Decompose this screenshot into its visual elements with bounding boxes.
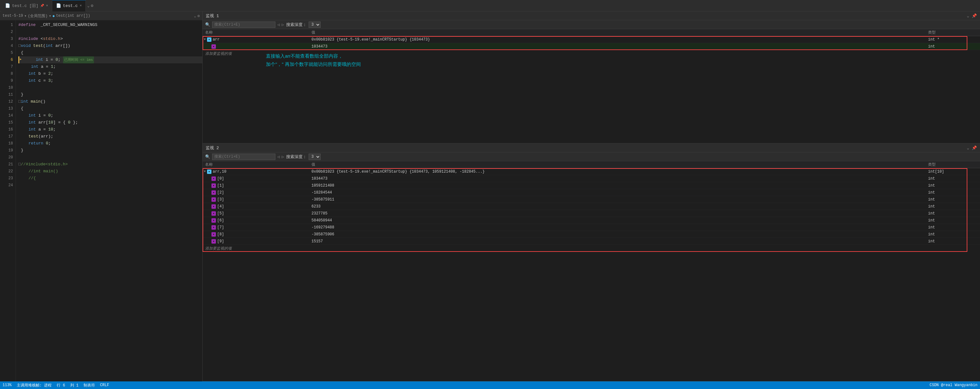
watch1-header: 监视 1 ⌄ 📌 — [203, 11, 980, 20]
line-numbers: 1 2 3 4 5 6 7 8 9 10 11 12 13 14 15 16 1 — [0, 20, 16, 381]
watch2-search-input[interactable] — [212, 154, 275, 160]
tab-close-old[interactable]: × — [46, 4, 48, 8]
watch1-row-ptr[interactable]: ● 1034473 int — [203, 43, 980, 50]
code-line-4: □void test(int arr[]) — [18, 43, 202, 49]
watch2-icon-0: ● — [212, 177, 216, 181]
code-line-21: □//#include<stdio.h> — [18, 161, 202, 168]
watch1-header-icons: ⌄ 📌 — [967, 13, 977, 18]
watch2-type-8: int — [928, 232, 979, 237]
watch2-type-5: int — [928, 211, 979, 216]
watch2-type-6: int — [928, 218, 979, 223]
watch2-row-arr10[interactable]: ▼ ● arr,10 0x00b81023 {test-5-19.exe!_ma… — [203, 168, 980, 175]
status-tab: 制表符 — [84, 383, 95, 388]
watch1-type-arr: int * — [928, 37, 979, 42]
watch2-collapse-icon[interactable]: ⌄ — [967, 145, 969, 150]
code-line-14: int i = 0; — [18, 112, 202, 119]
watch2-row-7[interactable]: ● [7] -169279488 int — [203, 224, 980, 231]
status-right: CSDN @real Wangyanbin — [930, 383, 977, 387]
watch1-value-arr: 0x00b81023 {test-5-19.exe!_mainCRTStartu… — [312, 37, 928, 42]
line-num-17: 17 — [0, 133, 13, 140]
tab-expand-button[interactable]: ⌄ — [87, 3, 89, 8]
watch2-name-6: [6] — [217, 218, 224, 223]
watch1-expand-arr[interactable]: ▼ — [204, 38, 206, 41]
watch2-row-0[interactable]: ● [0] 1034473 int — [203, 175, 980, 182]
tab-label-old: test.c [旧] — [12, 3, 38, 8]
watch2-add-row[interactable]: 添加要监视的项 — [203, 245, 980, 252]
watch2-nav-next[interactable]: ▷ — [282, 154, 284, 159]
watch2-pin-icon[interactable]: 📌 — [972, 145, 977, 150]
code-line-8: int b = 2; — [18, 70, 202, 77]
watch2-value-9: 15157 — [312, 239, 928, 244]
line-num-11: 11 — [0, 91, 13, 98]
watch2-col-name: 名称 — [204, 162, 312, 167]
watch2-name-5: [5] — [217, 211, 224, 216]
tab-test-c[interactable]: 📄 test.c × — [52, 0, 86, 11]
code-line-6: ➤ int i = 0; 已用时间 <= 1ms — [18, 56, 202, 63]
watch2-depth-select[interactable]: 31245 — [309, 154, 321, 160]
watch2-type-2: int — [928, 190, 979, 195]
watch2-value-4: 6233 — [312, 204, 928, 209]
watch2-value-2: -18284544 — [312, 190, 928, 195]
watch2-row-1[interactable]: ● [1] 1059121408 int — [203, 182, 980, 189]
watch1-name-arr: arr — [213, 37, 220, 42]
watch2-row-3[interactable]: ● [3] -385875911 int — [203, 196, 980, 203]
watch2-depth-label: 搜索深度： — [286, 154, 307, 159]
tab-close[interactable]: × — [80, 4, 82, 8]
editor-settings-icon[interactable]: ⚙ — [197, 14, 200, 18]
breadcrumb-config[interactable]: test-5-19 — [3, 14, 23, 18]
line-num-16: 16 — [0, 126, 13, 133]
watch2-content: ▼ ● arr,10 0x00b81023 {test-5-19.exe!_ma… — [203, 168, 980, 381]
watch-area: 监视 1 ⌄ 📌 🔍 ◁ ▷ 搜索深度： 31245 — [203, 11, 980, 381]
code-line-12: □int main() — [18, 98, 202, 105]
breadcrumb-scope[interactable]: (全局范围) — [28, 13, 48, 19]
watch2-name-1: [1] — [217, 183, 224, 188]
line-num-8: 8 — [0, 70, 13, 77]
watch2-nav-prev[interactable]: ◁ — [277, 154, 280, 159]
watch2-row-5[interactable]: ● [5] 2327785 int — [203, 210, 980, 217]
breadcrumb-func[interactable]: test(int arr[]) — [56, 14, 90, 18]
watch2-row-6[interactable]: ● [6] 584050944 int — [203, 217, 980, 224]
watch2-type-3: int — [928, 197, 979, 202]
watch2-row-9[interactable]: ● [9] 15157 int — [203, 238, 980, 245]
watch2-type-4: int — [928, 204, 979, 209]
status-crlf: CRLF — [100, 383, 109, 387]
line-num-22: 22 — [0, 168, 13, 175]
watch1-nav-prev[interactable]: ◁ — [277, 22, 280, 27]
watch2-row-8[interactable]: ● [8] -385875906 int — [203, 231, 980, 238]
watch2-title: 监视 2 — [206, 145, 219, 151]
watch2-name-9: [9] — [217, 239, 224, 244]
watch1-icon-arr: ● — [207, 37, 212, 42]
watch1-search-input[interactable] — [212, 22, 275, 28]
watch2-icon-4: ● — [212, 204, 216, 209]
watch-panel-1: 监视 1 ⌄ 📌 🔍 ◁ ▷ 搜索深度： 31245 — [203, 11, 980, 143]
tab-test-c-old[interactable]: 📄 test.c [旧] 📌 × — [1, 0, 52, 11]
watch2-type-1: int — [928, 183, 979, 188]
code-line-9: int c = 3; — [18, 77, 202, 84]
watch2-name-2: [2] — [217, 190, 224, 195]
watch2-header: 监视 2 ⌄ 📌 — [203, 143, 980, 152]
watch1-row-arr[interactable]: ▼ ● arr 0x00b81023 {test-5-19.exe!_mainC… — [203, 36, 980, 43]
code-lines[interactable]: #define _CRT_SECURE_NO_WARNINGS #include… — [16, 20, 202, 381]
code-area: 1 2 3 4 5 6 7 8 9 10 11 12 13 14 15 16 1 — [0, 20, 202, 381]
watch2-row-2[interactable]: ● [2] -18284544 int — [203, 189, 980, 196]
line-num-5: 5 — [0, 49, 13, 56]
watch2-type-7: int — [928, 225, 979, 230]
watch1-depth-select[interactable]: 31245 — [309, 22, 321, 28]
watch2-col-type: 类型 — [928, 162, 979, 167]
watch2-value-8: -385875906 — [312, 232, 928, 237]
watch2-expand-arr10[interactable]: ▼ — [204, 170, 206, 173]
editor-collapse-icon[interactable]: ⌄ — [194, 14, 196, 18]
tab-settings-button[interactable]: ⚙ — [91, 3, 93, 8]
breadcrumb-icon: ◆ — [52, 14, 55, 18]
watch1-nav-next[interactable]: ▷ — [282, 22, 284, 27]
watch1-collapse-icon[interactable]: ⌄ — [967, 13, 969, 18]
watch1-pin-icon[interactable]: 📌 — [972, 13, 977, 18]
watch2-name-4: [4] — [217, 204, 224, 209]
breadcrumb-arrow2: ▾ — [49, 14, 51, 18]
line-num-18: 18 — [0, 140, 13, 147]
watch1-content: ▼ ● arr 0x00b81023 {test-5-19.exe!_mainC… — [203, 36, 980, 143]
watch2-row-4[interactable]: ● [4] 6233 int — [203, 203, 980, 210]
line-num-21: 21 — [0, 161, 13, 168]
main-layout: test-5-19 ▾ (全局范围) ▾ ◆ test(int arr[]) ⌄… — [0, 11, 980, 381]
breadcrumb: test-5-19 ▾ (全局范围) ▾ ◆ test(int arr[]) ⌄… — [0, 11, 202, 20]
